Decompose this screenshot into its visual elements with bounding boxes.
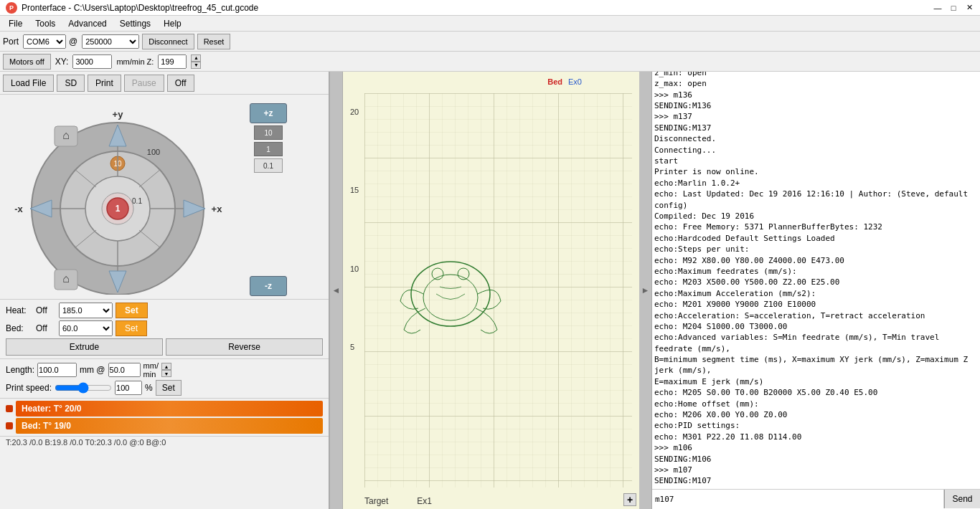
heat-set-button[interactable]: Set xyxy=(116,303,148,318)
z-step-10[interactable]: 10 xyxy=(254,125,283,140)
console-line: Printer is now online. xyxy=(654,166,978,177)
console-output[interactable]: y_max: openz_min: openz_max: open>>> m11… xyxy=(652,72,980,489)
length-spin-up[interactable]: ▲ xyxy=(161,363,171,370)
z-controls: +z 10 1 0.1 -z xyxy=(240,97,297,296)
print-speed-set-button[interactable]: Set xyxy=(156,380,182,396)
left-panel: Load File SD Print Pause Off xyxy=(0,72,330,509)
sd-button[interactable]: SD xyxy=(57,75,85,92)
extrude-button[interactable]: Extrude xyxy=(6,338,163,356)
console-line: SENDING:M137 xyxy=(654,123,978,133)
bed-temp-display: T° 19/0 xyxy=(43,421,71,431)
jog-section: 1 +y -y -x +x xyxy=(0,95,329,299)
collapse-left-icon: ◄ xyxy=(332,285,341,295)
y-label-15: 15 xyxy=(350,186,359,194)
bed-set-button[interactable]: Set xyxy=(116,320,147,336)
heater-temp-display: T° 20/0 xyxy=(54,404,82,414)
print-speed-slider[interactable] xyxy=(55,382,112,394)
port-label: Port xyxy=(3,37,19,47)
reset-button[interactable]: Reset xyxy=(197,34,231,49)
z-minus-button[interactable]: -z xyxy=(250,276,287,296)
bed-bar-label: Bed: xyxy=(22,421,41,431)
z-spin-down[interactable]: ▼ xyxy=(191,62,201,69)
motors-off-button[interactable]: Motors off xyxy=(3,54,51,70)
app-icon: P xyxy=(6,2,17,14)
console-line: echo:Steps per unit: xyxy=(654,244,978,255)
console-line: echo: M205 S0.00 T0.00 B20000 X5.00 Z0.4… xyxy=(654,387,978,398)
extrude-row: Extrude Reverse xyxy=(6,338,323,356)
console-expand-icon: ► xyxy=(641,285,650,295)
percent-label: % xyxy=(145,383,153,393)
length-spinner[interactable]: ▲ ▼ xyxy=(161,363,171,377)
send-button[interactable]: Send xyxy=(944,490,980,508)
jog-wheel-svg: 1 +y -y -x +x xyxy=(3,97,232,295)
svg-rect-31 xyxy=(364,93,632,487)
svg-text:0.1: 0.1 xyxy=(132,197,142,205)
load-file-button[interactable]: Load File xyxy=(3,75,54,92)
console-line: echo: M92 X80.00 Y80.00 Z4000.00 E473.00 xyxy=(654,255,978,266)
off-button[interactable]: Off xyxy=(167,75,194,92)
baud-select[interactable]: 250000 xyxy=(82,34,139,49)
z-spinner[interactable]: ▲ ▼ xyxy=(191,54,201,69)
console-line: z_max: open xyxy=(654,78,978,89)
console-line: echo:Marlin 1.0.2+ xyxy=(654,178,978,189)
xy-speed-input[interactable] xyxy=(72,54,112,69)
heater-section: Heat: Off 185.0 Set Bed: Off 60.0 Set Ex… xyxy=(0,299,329,358)
bed-label: Bed: xyxy=(6,323,33,333)
zoom-plus-button[interactable]: + xyxy=(623,493,636,506)
console-line: echo: M204 S1000.00 T3000.00 xyxy=(654,321,978,332)
mmmin-label: mm/min Z: xyxy=(116,57,154,66)
disconnect-button[interactable]: Disconnect xyxy=(142,34,194,49)
heater-indicator xyxy=(6,405,13,412)
pause-button[interactable]: Pause xyxy=(124,75,164,92)
console-line: B=minimum segment time (ms), X=maximum X… xyxy=(654,354,978,376)
preview-labels: Bed Ex0 xyxy=(547,77,582,86)
z-step-1[interactable]: 1 xyxy=(254,142,283,156)
length-input[interactable] xyxy=(37,363,77,377)
print-grid xyxy=(364,93,632,487)
console-line: SENDING:M136 xyxy=(654,100,978,111)
heat-label: Heat: xyxy=(6,305,33,315)
console-line: echo:Maximum feedrates (mm/s): xyxy=(654,266,978,277)
console-expand-button[interactable]: ► xyxy=(639,72,652,509)
console-input[interactable] xyxy=(652,490,944,508)
collapse-left-button[interactable]: ◄ xyxy=(330,72,343,509)
console-line: echo:Acceleration: S=acceleration, T=ret… xyxy=(654,310,978,321)
bed-row: Bed: Off 60.0 Set xyxy=(6,320,323,336)
port-select[interactable]: COM6 xyxy=(23,34,66,49)
reverse-button[interactable]: Reverse xyxy=(166,338,323,356)
bed-bar-row: Bed: T° 19/0 xyxy=(6,418,323,434)
z-plus-button[interactable]: +z xyxy=(250,103,287,123)
menu-settings[interactable]: Settings xyxy=(114,17,156,30)
target-label: Target xyxy=(364,496,388,506)
menu-tools[interactable]: Tools xyxy=(29,17,61,30)
print-speed-row: Print speed: % Set xyxy=(6,380,323,396)
console-line: >>> m107 xyxy=(654,465,978,475)
main-wrapper: Load File SD Print Pause Off xyxy=(0,72,980,509)
console-panel: ► y_max: openz_min: openz_max: open>>> m… xyxy=(639,72,980,509)
print-speed-value[interactable] xyxy=(115,381,142,395)
console-content: y_max: openz_min: openz_max: open>>> m11… xyxy=(652,72,980,509)
console-line: >>> m137 xyxy=(654,111,978,122)
print-button[interactable]: Print xyxy=(88,75,121,92)
menu-advanced[interactable]: Advanced xyxy=(62,17,112,30)
heat-temp-select[interactable]: 185.0 xyxy=(59,303,113,318)
svg-text:+x: +x xyxy=(212,204,223,214)
length-spin-down[interactable]: ▼ xyxy=(161,370,171,377)
z-spin-up[interactable]: ▲ xyxy=(191,54,201,62)
menu-file[interactable]: File xyxy=(3,17,28,30)
menu-bar: File Tools Advanced Settings Help xyxy=(0,16,980,32)
close-button[interactable]: ✕ xyxy=(964,3,974,13)
z-step-01[interactable]: 0.1 xyxy=(254,158,283,173)
z-speed-input[interactable] xyxy=(158,54,187,69)
length-label: Length: xyxy=(6,365,34,375)
bottom-status: T:20.3 /0.0 B:19.8 /0.0 T0:20.3 /0.0 @:0… xyxy=(0,436,329,448)
console-line: echo:Home offset (mm): xyxy=(654,399,978,409)
console-line: E=maximum E jerk (mm/s) xyxy=(654,376,978,387)
bed-indicator xyxy=(6,422,13,429)
minimize-button[interactable]: — xyxy=(933,3,943,13)
speed-input[interactable] xyxy=(108,363,141,377)
mmmin-label2: mm/min xyxy=(143,361,159,379)
maximize-button[interactable]: □ xyxy=(948,3,958,13)
bed-temp-select[interactable]: 60.0 xyxy=(59,320,113,336)
menu-help[interactable]: Help xyxy=(158,17,187,30)
